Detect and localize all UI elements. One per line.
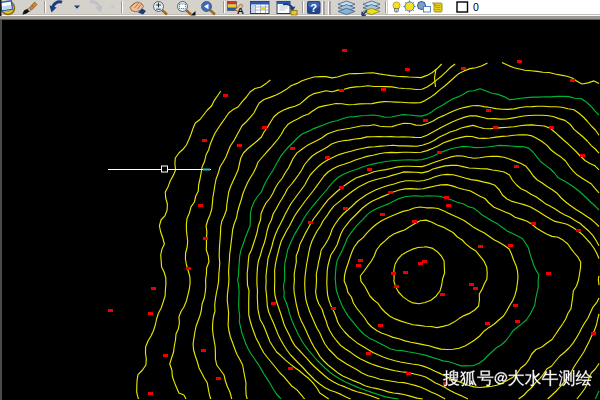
svg-text:?: ? — [310, 2, 317, 14]
svg-text:0: 0 — [473, 1, 479, 13]
svg-text:A: A — [237, 5, 244, 16]
